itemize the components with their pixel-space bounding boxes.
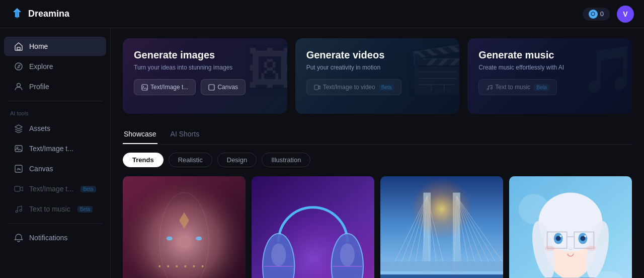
sidebar-texttomusic-label: Text to music (29, 205, 70, 213)
showcase-image-2[interactable] (252, 176, 374, 278)
gen-images-canvas-button[interactable]: Canvas (201, 79, 246, 95)
video-icon (14, 184, 23, 193)
body-wrap: Home Explore Profile AI tools Assets (0, 28, 644, 278)
image-canvas-4 (509, 176, 632, 278)
pill-illustration[interactable]: Illustration (262, 153, 310, 167)
tab-ai-shorts[interactable]: AI Shorts (170, 126, 201, 144)
image-canvas-1 (123, 176, 246, 278)
sidebar-textimagevideo-label: Text/Image t... (29, 185, 73, 193)
sidebar-explore-label: Explore (29, 62, 53, 71)
pill-design[interactable]: Design (217, 153, 257, 167)
sidebar-item-textimage[interactable]: Text/Image t... (4, 139, 106, 158)
sidebar-section-tools: AI tools (0, 105, 110, 118)
user-icon (14, 82, 23, 91)
gen-videos-beta-badge: Beta (379, 84, 394, 91)
image-grid: Alexlai 3 3 (123, 176, 632, 278)
svg-point-15 (487, 88, 489, 90)
svg-rect-2 (17, 47, 20, 50)
gen-music-decoration: 🎵 (581, 43, 632, 96)
pill-realistic[interactable]: Realistic (169, 153, 212, 167)
showcase-image-1[interactable] (123, 176, 246, 278)
svg-rect-14 (314, 85, 318, 90)
svg-rect-8 (15, 186, 20, 191)
top-navigation: Dreamina ⬡ 0 V (0, 0, 644, 28)
generate-images-card: Generate images Turn your ideas into stu… (123, 38, 287, 114)
image-icon (14, 144, 23, 153)
svg-rect-11 (142, 85, 147, 90)
generate-music-card: Generate music Create music effortlessly… (467, 38, 632, 114)
sidebar-item-canvas[interactable]: Canvas (4, 159, 106, 178)
sidebar-item-home[interactable]: Home (4, 37, 106, 56)
bell-icon (14, 233, 23, 242)
showcase-image-4[interactable] (509, 176, 632, 278)
sidebar-assets-label: Assets (29, 124, 50, 132)
showcase-tabs: Showcase AI Shorts (123, 126, 632, 145)
svg-point-9 (16, 211, 18, 213)
topnav-right: ⬡ 0 V (583, 6, 634, 23)
gen-images-decoration: 🖼 (247, 43, 287, 95)
svg-point-4 (17, 84, 21, 87)
coin-icon: ⬡ (589, 10, 598, 19)
image-canvas-3 (380, 176, 503, 278)
layers-icon (14, 124, 23, 133)
sidebar-divider (8, 101, 102, 101)
music-icon (14, 204, 23, 214)
sidebar-divider-2 (8, 223, 102, 224)
gen-music-beta-badge: Beta (534, 84, 549, 91)
showcase-image-3[interactable]: Alexlai 3 3 (380, 176, 503, 278)
sidebar-item-assets[interactable]: Assets (4, 119, 106, 138)
gen-videos-button[interactable]: Text/Image to video Beta (306, 79, 402, 95)
logo-text: Dreamina (28, 9, 69, 19)
gen-images-btn1-label: Text/Image t... (150, 84, 188, 91)
image-canvas-2 (252, 176, 374, 278)
sidebar-item-notifications[interactable]: Notifications (4, 228, 106, 247)
compass-icon (14, 62, 23, 71)
filter-pills: Trends Realistic Design Illustration (123, 153, 632, 167)
sidebar-item-textimage-video[interactable]: Text/Image t... Beta (4, 179, 106, 198)
svg-point-6 (17, 147, 18, 149)
sidebar-canvas-label: Canvas (29, 165, 53, 173)
gen-music-btn-label: Text to music (495, 84, 530, 91)
svg-rect-5 (15, 146, 22, 152)
gen-images-textimage-button[interactable]: Text/Image t... (134, 79, 196, 95)
avatar[interactable]: V (617, 6, 634, 23)
sidebar-notifications-label: Notifications (29, 234, 67, 242)
beta-badge-video: Beta (80, 186, 96, 192)
coins-count: 0 (600, 10, 604, 18)
generate-cards-grid: Generate images Turn your ideas into stu… (123, 38, 632, 114)
gen-videos-decoration: 🎬 (408, 43, 459, 96)
coins-badge[interactable]: ⬡ 0 (583, 8, 610, 21)
sidebar-item-texttomusic[interactable]: Text to music Beta (4, 199, 106, 219)
svg-point-3 (15, 63, 22, 70)
svg-point-12 (143, 86, 144, 87)
canvas-icon (14, 164, 23, 173)
tab-showcase[interactable]: Showcase (123, 126, 157, 144)
svg-point-16 (491, 88, 492, 89)
main-content: Generate images Turn your ideas into stu… (111, 28, 644, 278)
svg-point-10 (20, 210, 22, 212)
gen-music-button[interactable]: Text to music Beta (478, 79, 557, 95)
gen-videos-btn-label: Text/Image to video (323, 84, 375, 91)
sidebar-item-profile[interactable]: Profile (4, 77, 106, 96)
svg-rect-13 (209, 85, 214, 90)
gen-images-btn2-label: Canvas (217, 84, 238, 91)
pill-trends[interactable]: Trends (123, 153, 164, 167)
sidebar: Home Explore Profile AI tools Assets (0, 28, 111, 278)
sidebar-item-explore[interactable]: Explore (4, 57, 106, 76)
sidebar-textimage-label: Text/Image t... (29, 145, 73, 153)
logo[interactable]: Dreamina (10, 7, 69, 21)
generate-videos-card: Generate videos Put your creativity in m… (295, 38, 460, 114)
sidebar-profile-label: Profile (29, 83, 49, 91)
home-icon (14, 42, 23, 51)
beta-badge-music: Beta (77, 206, 93, 213)
sidebar-home-label: Home (29, 42, 48, 50)
